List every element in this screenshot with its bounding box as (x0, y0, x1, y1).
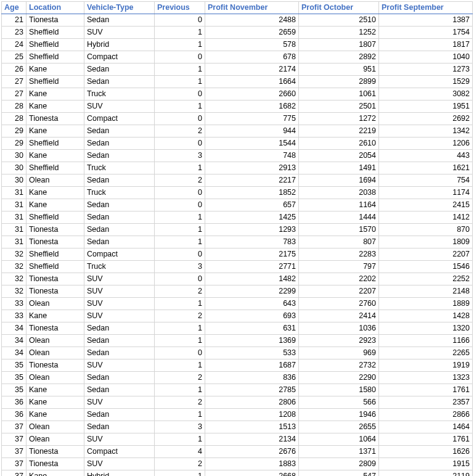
table-row[interactable]: 31KaneSedan065711642415 (2, 199, 473, 211)
cell-age[interactable]: 27 (2, 88, 27, 101)
cell-previous[interactable]: 3 (155, 261, 205, 273)
cell-previous[interactable]: 1 (155, 64, 205, 76)
cell-age[interactable]: 37 (2, 470, 27, 477)
cell-nov[interactable]: 2771 (205, 261, 299, 273)
cell-nov[interactable]: 783 (205, 236, 299, 248)
cell-location[interactable]: Olean (27, 298, 84, 310)
cell-location[interactable]: Kane (27, 384, 84, 396)
cell-vehicle[interactable]: Sedan (84, 421, 155, 433)
cell-sep[interactable]: 1889 (379, 298, 473, 310)
col-age[interactable]: Age (2, 2, 27, 14)
cell-oct[interactable]: 2760 (299, 298, 379, 310)
cell-nov[interactable]: 1425 (205, 211, 299, 224)
cell-age[interactable]: 36 (2, 396, 27, 409)
cell-vehicle[interactable]: Truck (84, 88, 155, 101)
cell-oct[interactable]: 2809 (299, 458, 379, 470)
cell-location[interactable]: Olean (27, 372, 84, 384)
cell-previous[interactable]: 1 (155, 409, 205, 421)
cell-nov[interactable]: 2217 (205, 174, 299, 187)
col-location[interactable]: Location (27, 2, 84, 14)
cell-age[interactable]: 35 (2, 359, 27, 372)
cell-vehicle[interactable]: SUV (84, 310, 155, 322)
cell-oct[interactable]: 2732 (299, 359, 379, 372)
cell-location[interactable]: Kane (27, 396, 84, 409)
cell-age[interactable]: 29 (2, 125, 27, 137)
cell-vehicle[interactable]: Sedan (84, 150, 155, 162)
cell-vehicle[interactable]: Truck (84, 187, 155, 199)
table-row[interactable]: 30OleanSedan222171694754 (2, 174, 473, 187)
cell-location[interactable]: Tionesta (27, 458, 84, 470)
cell-nov[interactable]: 2488 (205, 14, 299, 27)
cell-location[interactable]: Tionesta (27, 359, 84, 372)
cell-nov[interactable]: 578 (205, 39, 299, 51)
cell-oct[interactable]: 547 (299, 470, 379, 477)
col-profit-nov[interactable]: Profit November (205, 2, 299, 14)
cell-age[interactable]: 25 (2, 51, 27, 64)
cell-nov[interactable]: 678 (205, 51, 299, 64)
cell-nov[interactable]: 657 (205, 199, 299, 211)
cell-location[interactable]: Tionesta (27, 273, 84, 285)
cell-vehicle[interactable]: Compact (84, 446, 155, 458)
cell-location[interactable]: Tionesta (27, 446, 84, 458)
cell-previous[interactable]: 1 (155, 433, 205, 446)
cell-previous[interactable]: 1 (155, 298, 205, 310)
cell-oct[interactable]: 1580 (299, 384, 379, 396)
cell-vehicle[interactable]: Compact (84, 51, 155, 64)
cell-previous[interactable]: 0 (155, 248, 205, 261)
cell-age[interactable]: 27 (2, 76, 27, 88)
cell-location[interactable]: Tionesta (27, 224, 84, 236)
cell-nov[interactable]: 1883 (205, 458, 299, 470)
col-previous[interactable]: Previous (155, 2, 205, 14)
table-row[interactable]: 31SheffieldSedan1142514441412 (2, 211, 473, 224)
cell-oct[interactable]: 1064 (299, 433, 379, 446)
cell-vehicle[interactable]: Sedan (84, 347, 155, 359)
table-row[interactable]: 35KaneSedan1278515801761 (2, 384, 473, 396)
table-row[interactable]: 32SheffieldCompact0217522832207 (2, 248, 473, 261)
table-row[interactable]: 33OleanSUV164327601889 (2, 298, 473, 310)
cell-nov[interactable]: 1664 (205, 76, 299, 88)
cell-previous[interactable]: 0 (155, 137, 205, 150)
cell-age[interactable]: 30 (2, 162, 27, 174)
cell-vehicle[interactable]: Compact (84, 248, 155, 261)
cell-vehicle[interactable]: Sedan (84, 125, 155, 137)
table-row[interactable]: 27SheffieldSedan1166428991529 (2, 76, 473, 88)
cell-vehicle[interactable]: Compact (84, 113, 155, 125)
cell-oct[interactable]: 807 (299, 236, 379, 248)
cell-vehicle[interactable]: SUV (84, 359, 155, 372)
cell-nov[interactable]: 1293 (205, 224, 299, 236)
cell-location[interactable]: Kane (27, 150, 84, 162)
cell-vehicle[interactable]: Sedan (84, 64, 155, 76)
cell-nov[interactable]: 1687 (205, 359, 299, 372)
cell-oct[interactable]: 1570 (299, 224, 379, 236)
cell-previous[interactable]: 2 (155, 174, 205, 187)
cell-location[interactable]: Sheffield (27, 248, 84, 261)
cell-previous[interactable]: 1 (155, 322, 205, 335)
cell-location[interactable]: Olean (27, 347, 84, 359)
cell-nov[interactable]: 944 (205, 125, 299, 137)
cell-sep[interactable]: 2252 (379, 273, 473, 285)
cell-oct[interactable]: 2899 (299, 76, 379, 88)
cell-vehicle[interactable]: Hybrid (84, 39, 155, 51)
cell-vehicle[interactable]: Sedan (84, 174, 155, 187)
cell-sep[interactable]: 1273 (379, 64, 473, 76)
cell-oct[interactable]: 2414 (299, 310, 379, 322)
cell-oct[interactable]: 566 (299, 396, 379, 409)
cell-location[interactable]: Kane (27, 125, 84, 137)
table-row[interactable]: 25SheffieldCompact067828921040 (2, 51, 473, 64)
cell-sep[interactable]: 1761 (379, 384, 473, 396)
cell-sep[interactable]: 2265 (379, 347, 473, 359)
table-row[interactable]: 37KaneHybrid126685472119 (2, 470, 473, 477)
cell-sep[interactable]: 2692 (379, 113, 473, 125)
cell-oct[interactable]: 969 (299, 347, 379, 359)
cell-age[interactable]: 35 (2, 372, 27, 384)
cell-nov[interactable]: 693 (205, 310, 299, 322)
table-row[interactable]: 32TionestaSUV0148222022252 (2, 273, 473, 285)
cell-age[interactable]: 24 (2, 39, 27, 51)
cell-previous[interactable]: 1 (155, 384, 205, 396)
table-row[interactable]: 34OleanSedan1136929231166 (2, 335, 473, 347)
cell-location[interactable]: Sheffield (27, 39, 84, 51)
table-row[interactable]: 30SheffieldTruck1291314911621 (2, 162, 473, 174)
table-row[interactable]: 35TionestaSUV1168727321919 (2, 359, 473, 372)
table-row[interactable]: 31TionestaSedan112931570870 (2, 224, 473, 236)
table-row[interactable]: 37OleanSUV1213410641761 (2, 433, 473, 446)
